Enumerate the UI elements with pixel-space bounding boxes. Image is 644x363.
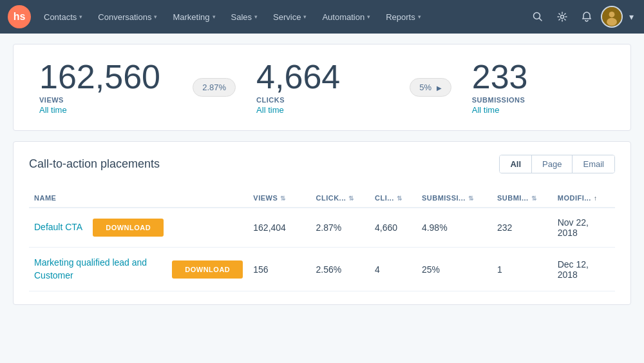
sort-icon: ⇅: [280, 195, 286, 202]
submissions-label: SUBMISSIONS: [472, 96, 526, 104]
settings-button[interactable]: [552, 6, 573, 27]
row2-clicks: 4: [370, 248, 417, 291]
row1-download-button[interactable]: DOWNLOAD: [93, 219, 164, 237]
chevron-down-icon: ▾: [154, 14, 157, 20]
filter-page-button[interactable]: Page: [532, 155, 573, 173]
hubspot-logo[interactable]: hs: [8, 5, 31, 28]
row1-submissions: 232: [492, 208, 553, 248]
nav-service[interactable]: Service ▾: [265, 0, 314, 34]
search-button[interactable]: [527, 6, 548, 27]
col-header-clicks[interactable]: CLI... ⇅: [370, 189, 417, 208]
submissions-time[interactable]: All time: [472, 105, 500, 115]
svg-line-3: [540, 19, 542, 21]
filter-email-button[interactable]: Email: [573, 155, 614, 173]
chevron-down-icon: ▾: [254, 14, 258, 20]
stat-views: 162,560 VIEWS All time: [39, 60, 172, 115]
arrow-right-icon: ▶: [437, 84, 442, 92]
table-card: Call-to-action placements All Page Email…: [13, 141, 631, 305]
clicks-time[interactable]: All time: [256, 105, 284, 115]
sort-icon: ⇅: [397, 195, 402, 202]
views-time[interactable]: All time: [39, 105, 67, 115]
col-header-name: NAME: [29, 189, 248, 208]
filter-buttons: All Page Email: [499, 155, 615, 173]
svg-point-4: [561, 15, 564, 19]
table-row: Default CTA DOWNLOAD 162,404 2.87% 4,660…: [29, 208, 615, 248]
table-title: Call-to-action placements: [29, 157, 160, 171]
views-to-clicks-badge: 2.87%: [193, 78, 236, 97]
avatar[interactable]: [601, 6, 623, 28]
nav-sales[interactable]: Sales ▾: [223, 0, 266, 34]
cta-table: NAME VIEWS ⇅ CLICK... ⇅: [29, 189, 615, 291]
stat-clicks: 4,664 CLICKS All time: [256, 60, 389, 115]
avatar-more-icon[interactable]: ▾: [627, 9, 636, 25]
sort-icon: ⇅: [468, 195, 474, 202]
col-header-views[interactable]: VIEWS ⇅: [248, 189, 310, 208]
notifications-button[interactable]: [576, 6, 597, 27]
nav-items: Contacts ▾ Conversations ▾ Marketing ▾ S…: [36, 0, 527, 34]
row2-cta-name[interactable]: Marketing qualified lead and Customer: [34, 257, 162, 282]
stats-card: 162,560 VIEWS All time 2.87% 4,664 CLICK…: [13, 44, 631, 131]
nav-automation[interactable]: Automation ▾: [314, 0, 378, 34]
clicks-to-sub-badge: 5% ▶: [410, 78, 451, 97]
sort-icon-active: ↑: [594, 195, 598, 202]
sort-icon: ⇅: [531, 195, 537, 202]
stat-submissions: 233 SUBMISSIONS All time: [472, 60, 605, 115]
svg-point-6: [609, 12, 615, 17]
navbar-actions: ▾: [527, 6, 636, 28]
row1-sub-rate: 4.98%: [417, 208, 492, 248]
table-header-row: Call-to-action placements All Page Email: [29, 155, 615, 173]
chevron-down-icon: ▾: [418, 14, 421, 20]
col-header-subrate[interactable]: SUBMISSI... ⇅: [417, 189, 492, 208]
row2-name-cell: Marketing qualified lead and Customer DO…: [29, 248, 248, 291]
table-row: Marketing qualified lead and Customer DO…: [29, 248, 615, 291]
filter-all-button[interactable]: All: [500, 155, 532, 173]
views-label: VIEWS: [39, 96, 64, 104]
views-number: 162,560: [39, 60, 160, 93]
chevron-down-icon: ▾: [367, 14, 370, 20]
col-header-submissions[interactable]: SUBMI... ⇅: [492, 189, 553, 208]
nav-marketing[interactable]: Marketing ▾: [165, 0, 223, 34]
row2-submissions: 1: [492, 248, 553, 291]
row2-views: 156: [248, 248, 310, 291]
row1-name-cell: Default CTA DOWNLOAD: [29, 208, 248, 248]
clicks-label: CLICKS: [256, 96, 285, 104]
submissions-number: 233: [472, 60, 528, 93]
row1-modified: Nov 22, 2018: [553, 208, 615, 248]
clicks-number: 4,664: [256, 60, 340, 93]
row2-sub-rate: 25%: [417, 248, 492, 291]
row2-click-rate: 2.56%: [311, 248, 370, 291]
chevron-down-icon: ▾: [79, 14, 82, 20]
row1-click-rate: 2.87%: [311, 208, 370, 248]
nav-reports[interactable]: Reports ▾: [378, 0, 429, 34]
main-content: 162,560 VIEWS All time 2.87% 4,664 CLICK…: [0, 34, 644, 315]
svg-text:hs: hs: [14, 11, 26, 22]
col-header-modified[interactable]: MODIFI... ↑: [553, 189, 615, 208]
row1-cta-name[interactable]: Default CTA: [34, 221, 82, 234]
svg-point-7: [607, 18, 617, 26]
row2-modified: Dec 12, 2018: [553, 248, 615, 291]
navbar: hs Contacts ▾ Conversations ▾ Marketing …: [0, 0, 644, 34]
sort-icon: ⇅: [348, 195, 354, 202]
row2-download-button[interactable]: DOWNLOAD: [172, 260, 243, 279]
nav-conversations[interactable]: Conversations ▾: [90, 0, 165, 34]
row1-views: 162,404: [248, 208, 310, 248]
row1-clicks: 4,660: [370, 208, 417, 248]
chevron-down-icon: ▾: [303, 14, 307, 20]
chevron-down-icon: ▾: [213, 14, 216, 20]
col-header-clickrate[interactable]: CLICK... ⇅: [311, 189, 370, 208]
nav-contacts[interactable]: Contacts ▾: [36, 0, 90, 34]
